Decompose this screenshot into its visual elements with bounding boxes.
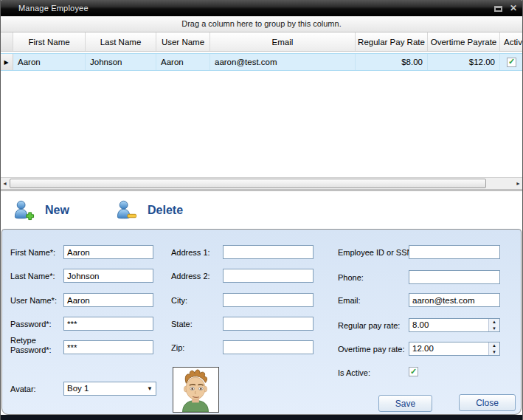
avatar-label: Avatar: [10, 385, 36, 393]
column-header-user-name[interactable]: User Name [156, 32, 210, 51]
last-name-label: Last Name*: [10, 272, 55, 280]
retype-password-label: Retype Password*: [10, 336, 53, 355]
chevron-down-icon: ▼ [147, 385, 153, 392]
save-button[interactable]: Save [378, 395, 432, 412]
scrollbar-thumb[interactable] [10, 179, 486, 188]
row-indicator-icon: ▶ [0, 54, 13, 70]
overtime-pay-rate-spin-buttons[interactable]: ▲ ▼ [488, 342, 499, 355]
address1-label: Address 1: [171, 248, 210, 257]
title-bar[interactable]: Manage Employee ✕ [0, 0, 523, 16]
delete-button-label: Delete [148, 204, 183, 217]
grid-header-row: First Name Last Name User Name Email Reg… [0, 32, 523, 52]
avatar-dropdown[interactable]: Boy 1 ▼ [63, 382, 156, 396]
city-label: City: [171, 296, 187, 305]
spin-down-icon[interactable]: ▼ [489, 326, 499, 332]
cell-active: ✓ [500, 54, 523, 70]
state-label: State: [171, 320, 193, 328]
cell-last-name: Johnson [86, 54, 156, 70]
regular-pay-rate-stepper[interactable]: 8.00 ▲ ▼ [409, 318, 500, 332]
last-name-field[interactable] [63, 269, 153, 283]
delete-employee-icon [116, 199, 137, 221]
email-field[interactable] [409, 293, 500, 307]
avatar-preview [173, 367, 219, 413]
window-left-border [0, 0, 1, 420]
cell-regular-pay-rate: $8.00 [356, 54, 428, 70]
maximize-icon [494, 6, 502, 12]
table-row[interactable]: ▶ Aaron Johnson Aaron aaron@test.com $8.… [0, 53, 523, 71]
is-active-checkbox[interactable]: ✓ [409, 367, 418, 376]
column-header-active[interactable]: Active [500, 32, 523, 51]
new-button-label: New [45, 204, 69, 217]
spin-up-icon[interactable]: ▲ [489, 342, 499, 349]
password-label: Password*: [10, 320, 52, 328]
check-icon: ✓ [508, 58, 515, 66]
regular-pay-rate-spin-buttons[interactable]: ▲ ▼ [488, 319, 499, 331]
spin-down-icon[interactable]: ▼ [489, 349, 499, 356]
zip-label: Zip: [171, 343, 184, 352]
overtime-pay-rate-stepper[interactable]: 12.00 ▲ ▼ [409, 342, 500, 356]
user-name-field[interactable] [63, 293, 153, 307]
is-active-label: Is Active: [338, 368, 370, 377]
address1-field[interactable] [223, 245, 314, 259]
first-name-label: First Name*: [10, 248, 55, 257]
overtime-pay-rate-value: 12.00 [412, 344, 434, 353]
horizontal-scrollbar[interactable]: ◄ ► [0, 177, 523, 190]
address2-label: Address 2: [171, 272, 210, 280]
group-by-bar[interactable]: Drag a column here to group by this colu… [0, 16, 523, 32]
employee-id-label: Employee ID or SSN: [338, 248, 415, 257]
new-button[interactable]: New [13, 199, 69, 221]
overtime-pay-rate-label: Overtime pay rate: [338, 345, 404, 354]
city-field[interactable] [223, 293, 314, 307]
new-employee-icon [13, 199, 35, 221]
phone-label: Phone: [338, 273, 364, 282]
email-label: Email: [338, 296, 361, 305]
scroll-left-button[interactable]: ◄ [0, 178, 10, 189]
avatar-dropdown-value: Boy 1 [67, 384, 89, 393]
spin-up-icon[interactable]: ▲ [489, 319, 499, 326]
close-button[interactable]: Close [459, 394, 516, 411]
window-bottom-border [0, 415, 523, 420]
first-name-field[interactable] [63, 245, 153, 259]
cell-user-name: Aaron [156, 54, 210, 70]
password-field[interactable] [63, 317, 153, 331]
zip-field[interactable] [223, 340, 314, 354]
delete-button[interactable]: Delete [116, 199, 183, 221]
employee-form-panel: First Name*: Last Name*: User Name*: Pas… [1, 229, 522, 415]
cell-overtime-payrate: $12.00 [428, 54, 500, 70]
grid-header-indicator [0, 32, 13, 51]
column-header-last-name[interactable]: Last Name [86, 32, 156, 51]
maximize-button[interactable] [494, 1, 502, 15]
manage-employee-window: Manage Employee ✕ Drag a column here to … [0, 0, 523, 420]
column-header-regular-pay-rate[interactable]: Regular Pay Rate [356, 32, 428, 51]
state-field[interactable] [223, 317, 314, 331]
address2-field[interactable] [223, 269, 314, 283]
toolbar: New Delete [0, 190, 523, 229]
active-checkbox[interactable]: ✓ [507, 58, 516, 67]
employee-id-field[interactable] [409, 245, 500, 259]
retype-password-field[interactable] [63, 340, 153, 354]
column-header-first-name[interactable]: First Name [13, 32, 86, 51]
cell-email: aaron@test.com [210, 54, 356, 70]
cell-first-name: Aaron [13, 54, 86, 70]
column-header-email[interactable]: Email [210, 32, 356, 51]
close-button[interactable]: ✕ [510, 0, 517, 16]
user-name-label: User Name*: [10, 296, 57, 305]
window-title: Manage Employee [18, 4, 89, 13]
regular-pay-rate-value: 8.00 [412, 320, 429, 329]
regular-pay-rate-label: Regular pay rate: [338, 321, 400, 330]
check-icon: ✓ [410, 368, 417, 376]
column-header-overtime-payrate[interactable]: Overtime Payrate [428, 32, 500, 51]
boy-avatar-image [173, 368, 218, 412]
phone-field[interactable] [409, 270, 500, 284]
